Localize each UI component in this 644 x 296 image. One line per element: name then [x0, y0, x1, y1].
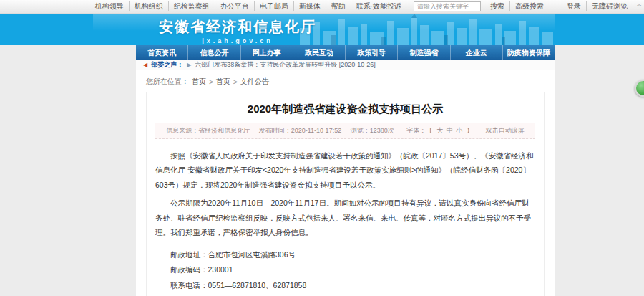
news-ticker: ◀ 部委之声： ▶ 六部门发布38条举措：支持民企改革发展转型升级 [2020-…	[136, 60, 555, 70]
breadcrumb-separator: >	[233, 78, 238, 86]
breadcrumb-separator: >	[209, 78, 213, 86]
article-body: 按照《安徽省人民政府关于印发支持制造强省建设若干政策的通知》（皖政〔2017〕5…	[155, 139, 535, 296]
breadcrumb: 您所在位置： 首页 > 首页 > 文件公告	[136, 70, 555, 92]
article-meta-bar: 信息来源：省经济和信息化厅 发布时间：2020-11-10 17:52 浏览：1…	[155, 123, 535, 139]
ticker-label: 部委之声：	[151, 60, 183, 70]
meta-publish-time: 发布时间：2020-11-10 17:52	[259, 127, 341, 134]
site-banner: 安徽省经济和信息化厅 jx.ah.gov.cn	[0, 14, 644, 45]
meta-source: 信息来源：省经济和信息化厅	[166, 127, 250, 134]
nav-item-info-disclosure[interactable]: 信息公开	[187, 45, 240, 60]
font-size-large-button[interactable]: 大	[436, 127, 443, 134]
contact-postal-address: 邮政地址：合肥市包河区屯溪路306号	[155, 247, 535, 262]
nav-item-manufacturing-province[interactable]: 制造强省	[397, 45, 449, 60]
search-button[interactable]: 搜索	[485, 1, 509, 11]
city-skyline-image	[297, 14, 555, 45]
paragraph: 公示期限为2020年11月10日—2020年11月17日。期间如对公示的项目持有…	[155, 196, 535, 239]
breadcrumb-home-2[interactable]: 首页	[216, 77, 230, 87]
ticker-prev-icon[interactable]: ◀	[143, 62, 147, 68]
login-link[interactable]: 登录	[562, 1, 586, 11]
breadcrumb-prefix: 您所在位置：	[146, 77, 189, 87]
floating-service-button[interactable]	[635, 80, 644, 97]
site-title: 安徽省经济和信息化厅	[159, 17, 316, 37]
breadcrumb-home[interactable]: 首页	[192, 77, 206, 87]
nav-item-home-news[interactable]: 首页资讯	[136, 45, 187, 60]
nav-item-policy-guidance[interactable]: 政策引导	[345, 45, 397, 60]
font-size-medium-button[interactable]: 中	[447, 127, 453, 134]
top-link-leadership[interactable]: 机构领导	[90, 1, 129, 11]
site-url: jx.ah.gov.cn	[159, 37, 316, 44]
meta-font-prefix: 字体：【	[406, 127, 432, 134]
nav-item-epidemic-supplies[interactable]: 防疫物资保障	[502, 45, 555, 60]
meta-view-count: 浏览：12380次	[351, 127, 394, 134]
top-link-email[interactable]: 电子邮局	[254, 1, 293, 11]
article-title: 2020年制造强省建设资金拟支持项目公示	[155, 92, 535, 123]
advanced-search-link[interactable]: 高级搜索	[509, 1, 549, 11]
nav-item-online-services[interactable]: 网上办事	[240, 45, 293, 60]
meta-font-size-control: 字体：【大 中 小】	[403, 127, 477, 134]
contact-phone: 联系电话：0551—62871810、62871858	[155, 278, 535, 292]
article-panel: 2020年制造强省建设资金拟支持项目公示 信息来源：省经济和信息化厅 发布时间：…	[146, 92, 545, 296]
contact-postal-code: 邮政编码：230001	[155, 262, 535, 277]
top-link-discipline[interactable]: 纪检监察组	[168, 1, 215, 11]
site-identity: 安徽省经济和信息化厅 jx.ah.gov.cn	[159, 17, 316, 44]
scrollbar-up-arrow[interactable]: ︿	[636, 1, 643, 8]
page-content-column: 首页资讯 信息公开 网上办事 政民互动 政策引导 制造强省 企业云 防疫物资保障…	[136, 45, 555, 296]
top-link-office-platform[interactable]: 办公平台	[215, 1, 254, 11]
top-link-new-media[interactable]: 新媒体	[293, 1, 326, 11]
breadcrumb-document-notices[interactable]: 文件公告	[240, 77, 269, 87]
top-link-contact-complaint[interactable]: 联系·效能投诉	[351, 1, 406, 11]
paragraph: 按照《安徽省人民政府关于印发支持制造强省建设若干政策的通知》（皖政〔2017〕5…	[155, 148, 535, 192]
ticker-news-link[interactable]: 六部门发布38条举措：支持民企改革发展转型升级 [2020-10-26]	[195, 60, 376, 70]
top-link-help[interactable]: 帮助	[326, 1, 351, 11]
meta-font-suffix: 】	[467, 127, 473, 134]
top-utility-bar: 机构领导 机构组织 纪检监察组 办公平台 电子邮局 新媒体 帮助 联系·效能投诉…	[0, 0, 644, 14]
nav-item-enterprise-cloud[interactable]: 企业云	[450, 45, 502, 60]
contact-fax: 传 真：0551—62871769、62871858	[155, 293, 535, 296]
nav-item-public-interaction[interactable]: 政民互动	[293, 45, 345, 60]
top-link-organization[interactable]: 机构组织	[129, 1, 168, 11]
font-size-small-button[interactable]: 小	[456, 127, 462, 134]
main-navigation: 首页资讯 信息公开 网上办事 政民互动 政策引导 制造强省 企业云 防疫物资保障	[136, 45, 555, 60]
ticker-next-icon[interactable]: ▶	[187, 62, 191, 68]
accessibility-link[interactable]: 无障碍浏览	[586, 1, 633, 11]
search-input[interactable]	[414, 1, 481, 11]
meta-autoscroll-toggle[interactable]: 双击自动滚屏	[486, 127, 525, 134]
